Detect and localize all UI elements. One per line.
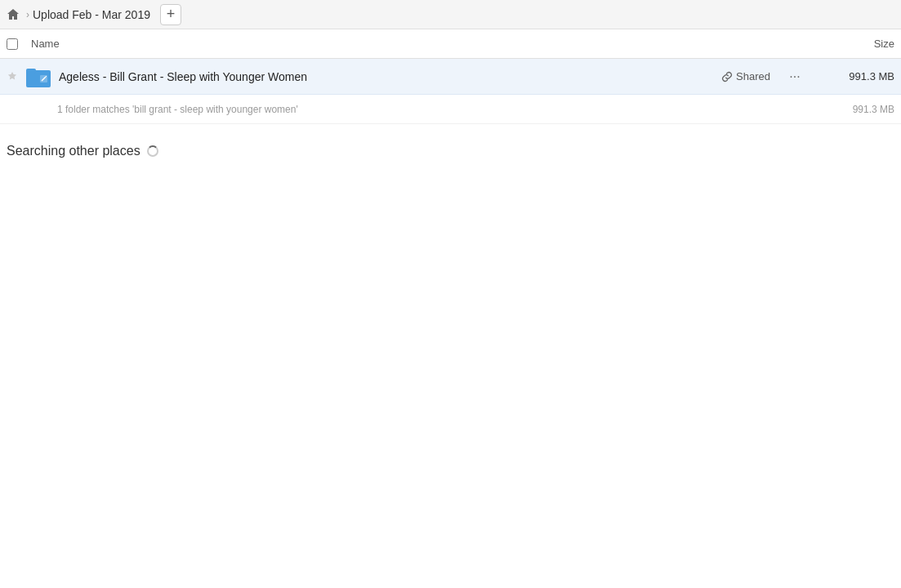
star-icon (7, 71, 18, 82)
shared-col: Shared (721, 70, 770, 82)
home-button[interactable] (7, 8, 20, 21)
home-icon (7, 8, 20, 21)
loading-spinner (147, 145, 158, 157)
column-headers: Name Size (0, 29, 901, 59)
breadcrumb-separator: › (26, 9, 29, 20)
name-column-header[interactable]: Name (31, 38, 796, 50)
file-name: Ageless - Bill Grant - Sleep with Younge… (56, 70, 721, 83)
shared-label: Shared (736, 70, 770, 82)
file-row[interactable]: Ageless - Bill Grant - Sleep with Younge… (0, 59, 901, 95)
svg-line-4 (46, 76, 47, 77)
add-button[interactable]: + (160, 4, 181, 25)
match-info-row: 1 folder matches 'bill grant - sleep wit… (0, 95, 901, 124)
match-info-text: 1 folder matches 'bill grant - sleep wit… (57, 104, 813, 115)
svg-rect-1 (26, 69, 36, 74)
link-icon (721, 71, 733, 82)
select-all-checkbox[interactable] (7, 38, 18, 50)
searching-title: Searching other places (7, 144, 141, 158)
match-info-size: 991.3 MB (813, 104, 894, 115)
breadcrumb-title: Upload Feb - Mar 2019 (33, 8, 150, 21)
more-options-button[interactable]: ··· (783, 69, 806, 84)
select-all-col[interactable] (7, 38, 31, 50)
file-size: 991.3 MB (813, 70, 894, 82)
folder-icon (26, 66, 51, 87)
breadcrumb-bar: › Upload Feb - Mar 2019 + (0, 0, 901, 29)
star-col[interactable] (7, 71, 26, 82)
searching-section: Searching other places (0, 124, 901, 158)
size-column-header: Size (796, 38, 894, 50)
file-icon-col (26, 66, 56, 87)
